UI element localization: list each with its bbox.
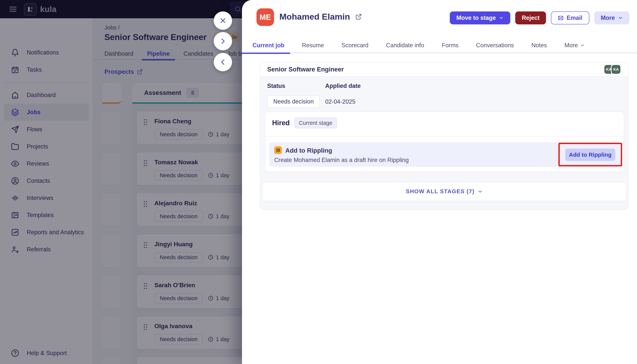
job-owners: KA KA xyxy=(604,65,620,74)
candidate-tabs: Current job Resume Scorecard Candidate i… xyxy=(242,38,637,53)
tab-current-job[interactable]: Current job xyxy=(253,42,284,49)
job-card-header: Senior Software Engineer KA KA xyxy=(260,62,628,76)
email-button[interactable]: Email xyxy=(551,12,589,24)
tab-forms[interactable]: Forms xyxy=(442,42,459,49)
candidate-avatar: ME xyxy=(257,8,274,26)
divider xyxy=(265,136,624,137)
open-profile-icon[interactable] xyxy=(355,14,362,20)
close-drawer-button[interactable] xyxy=(214,12,232,30)
chevron-right-icon xyxy=(219,37,227,45)
job-title: Senior Software Engineer xyxy=(267,66,344,73)
candidate-actions: Move to stage Reject Email More xyxy=(450,12,629,24)
move-to-stage-button[interactable]: Move to stage xyxy=(450,12,510,24)
rippling-logo-icon xyxy=(274,146,282,154)
chevron-down-icon xyxy=(618,16,623,20)
owner-avatar: KA xyxy=(612,65,620,74)
chevron-down-icon xyxy=(478,189,483,194)
stage-name: Hired xyxy=(272,119,290,127)
next-candidate-button[interactable] xyxy=(214,32,232,50)
add-to-rippling-button[interactable]: Add to Rippling xyxy=(565,149,615,161)
tab-notes[interactable]: Notes xyxy=(531,42,547,49)
show-all-stages-button[interactable]: SHOW ALL STAGES (7) xyxy=(262,182,626,201)
close-icon xyxy=(219,17,227,24)
previous-candidate-button[interactable] xyxy=(214,53,232,71)
status-label: Status xyxy=(267,82,285,90)
more-button[interactable]: More xyxy=(594,12,629,24)
tab-more[interactable]: More xyxy=(564,42,585,49)
chevron-down-icon xyxy=(499,16,504,20)
applied-date-value: 02-04-2025 xyxy=(325,98,355,105)
hired-stage-card: Hired Current stage Add to Rippling Crea… xyxy=(265,112,624,172)
envelope-icon xyxy=(558,15,563,21)
applied-date-label: Applied date xyxy=(325,82,361,90)
tab-conversations[interactable]: Conversations xyxy=(476,42,514,49)
app: kula Notifications Tasks Dashboard xyxy=(0,0,637,364)
candidate-full-name: Mohamed Elamin xyxy=(279,12,350,22)
current-job-card: Senior Software Engineer KA KA Status Ap… xyxy=(260,62,628,210)
candidate-drawer: ME Mohamed Elamin Move to stage Reject E… xyxy=(242,0,637,364)
current-stage-badge: Current stage xyxy=(294,118,337,128)
tab-candidate-info[interactable]: Candidate info xyxy=(386,42,424,49)
integration-description: Create Mohamed Elamin as a draft hire on… xyxy=(274,157,409,164)
candidate-header: Mohamed Elamin xyxy=(279,12,362,22)
status-value-badge: Needs decision xyxy=(267,95,320,108)
chevron-down-icon xyxy=(580,43,585,48)
chevron-left-icon xyxy=(219,58,227,66)
rippling-integration-row: Add to Rippling Create Mohamed Elamin as… xyxy=(269,142,620,167)
tab-scorecard[interactable]: Scorecard xyxy=(342,42,368,49)
reject-button[interactable]: Reject xyxy=(515,12,546,24)
tab-resume[interactable]: Resume xyxy=(302,42,324,49)
integration-title: Add to Rippling xyxy=(285,147,332,154)
